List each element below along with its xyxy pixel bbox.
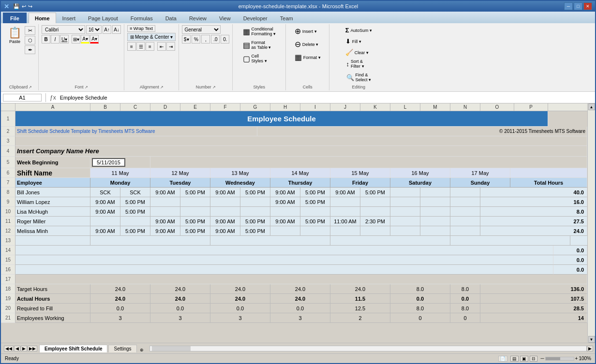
cell-wed19[interactable]: 24.0 [210, 294, 270, 304]
header-thursday[interactable]: Thursday [270, 178, 330, 188]
cell-fg13[interactable] [330, 236, 450, 246]
cell-m9[interactable] [420, 197, 450, 207]
cell-b11[interactable] [90, 217, 120, 226]
decrease-font-button[interactable]: A↓ [112, 25, 121, 34]
cell-a5[interactable]: Week Beginning [15, 157, 90, 168]
align-center-button[interactable]: ☰ [136, 42, 145, 51]
cell-mon20[interactable]: 0.0 [90, 304, 150, 313]
delete-cells-button[interactable]: ⊖ Delete ▾ [293, 38, 321, 50]
cell-g11[interactable]: 5:00 PM [240, 217, 270, 226]
cell-thu20[interactable]: 0.0 [270, 304, 330, 313]
tab-data[interactable]: Data [159, 13, 183, 23]
cell-a2[interactable]: Shift Schedule Schedule Template by Time… [15, 127, 257, 136]
cut-button[interactable]: ✂ [25, 26, 35, 35]
cell-rest-15[interactable] [15, 255, 553, 265]
cell-l8[interactable] [390, 188, 420, 197]
scroll-bar-track[interactable] [149, 346, 587, 351]
cell-bc6[interactable]: 11 May [90, 168, 150, 178]
header-employee[interactable]: Employee [15, 178, 90, 188]
cell-b8[interactable]: SCK [90, 188, 120, 197]
col-header-k[interactable]: K [360, 103, 390, 111]
cell-d12[interactable]: 9:00 AM [150, 226, 180, 236]
row-num-2[interactable]: 2 [1, 127, 15, 136]
autosum-button[interactable]: Σ AutoSum ▾ [343, 25, 374, 35]
row-num-11[interactable]: 11 [1, 217, 15, 226]
cell-j10[interactable] [330, 207, 360, 217]
cell-thu19[interactable]: 24.0 [270, 294, 330, 304]
sheet-tab-employee-shift-schedule[interactable]: Employee Shift Schedule [39, 345, 107, 352]
cell-de13[interactable] [210, 236, 330, 246]
maximize-button[interactable]: □ [574, 2, 582, 10]
cell-a6[interactable]: Shift Name [15, 168, 90, 178]
row-num-14[interactable]: 14 [1, 246, 15, 255]
cell-f11[interactable]: 9:00 AM [210, 217, 240, 226]
cell-n10[interactable] [450, 207, 480, 217]
col-header-c[interactable]: C [120, 103, 150, 111]
cell-f9[interactable] [210, 197, 240, 207]
cell-c9[interactable]: 5:00 PM [120, 197, 150, 207]
align-left-button[interactable]: ≡ [127, 42, 136, 51]
cell-total-12[interactable]: 24.0 [480, 226, 587, 236]
comma-button[interactable]: , [201, 35, 210, 44]
header-tuesday[interactable]: Tuesday [150, 178, 210, 188]
cell-i8[interactable]: 5:00 PM [300, 188, 330, 197]
increase-font-button[interactable]: A↑ [103, 25, 111, 34]
merge-center-button[interactable]: ⊞ Merge & Center ▾ [127, 33, 176, 41]
cell-rest-17[interactable] [15, 275, 587, 284]
cell-k12[interactable] [360, 226, 390, 236]
row-num-9[interactable]: 9 [1, 197, 15, 207]
row-num-17[interactable]: 17 [1, 275, 15, 284]
cell-lm6[interactable]: 16 May [390, 168, 450, 178]
cell-i9[interactable]: 5:00 PM [300, 197, 330, 207]
cell-g8[interactable]: 5:00 PM [240, 188, 270, 197]
minimize-button[interactable]: ─ [564, 2, 573, 10]
cell-hi6[interactable]: 14 May [270, 168, 330, 178]
cell-j8[interactable]: 9:00 AM [330, 188, 360, 197]
cell-h12[interactable] [270, 226, 300, 236]
row-num-3[interactable]: 3 [1, 136, 15, 146]
cell-wed20[interactable]: 0.0 [210, 304, 270, 313]
zoom-in-button[interactable]: + [575, 356, 578, 361]
cell-mon21[interactable]: 3 [90, 313, 150, 323]
cell-tue21[interactable]: 3 [150, 313, 210, 323]
cell-sun19[interactable]: 0.0 [450, 294, 480, 304]
number-expand-icon[interactable]: ↗ [212, 85, 216, 89]
col-header-b[interactable]: B [90, 103, 120, 111]
cell-sun18[interactable]: 8.0 [450, 284, 480, 294]
cell-thu21[interactable]: 3 [270, 313, 330, 323]
cell-d8[interactable]: 9:00 AM [150, 188, 180, 197]
cell-c11[interactable] [120, 217, 150, 226]
cell-b10[interactable]: 9:00 AM [90, 207, 120, 217]
cell-total-14[interactable]: 0.0 [553, 246, 587, 255]
cell-a8[interactable]: Bill Jones [15, 188, 90, 197]
col-header-i[interactable]: I [300, 103, 330, 111]
cell-j11[interactable]: 11:00 AM [330, 217, 360, 226]
cell-jk6[interactable]: 15 May [330, 168, 390, 178]
vertical-scrollbar[interactable]: ▲ ▼ [587, 103, 595, 343]
clear-button[interactable]: 🧹 Clear ▾ [343, 47, 371, 58]
borders-button[interactable]: ⊞▾ [72, 35, 80, 44]
align-right-button[interactable]: ≡ [146, 42, 154, 51]
tab-developer[interactable]: Developer [237, 13, 274, 23]
cell-b5[interactable]: 5/11/2015 [90, 157, 150, 168]
fill-color-button[interactable]: A▾ [81, 35, 89, 44]
indent-decrease-button[interactable]: ⇤ [157, 42, 166, 51]
cell-a18[interactable]: Target Hours [15, 284, 90, 294]
zoom-out-button[interactable]: ─ [540, 356, 544, 361]
alignment-expand-icon[interactable]: ↗ [160, 85, 164, 89]
insert-sheet-button[interactable]: ⊕ [138, 348, 146, 352]
bold-button[interactable]: B [42, 35, 50, 44]
cell-reference-box[interactable] [3, 94, 42, 102]
header-sunday[interactable]: Sunday [450, 178, 510, 188]
cell-i10[interactable] [300, 207, 330, 217]
row-num-21[interactable]: 21 [1, 313, 15, 323]
col-header-p[interactable]: P [514, 103, 548, 111]
cell-fg6[interactable]: 13 May [210, 168, 270, 178]
cell-bc13[interactable] [90, 236, 210, 246]
cell-n11[interactable] [450, 217, 480, 226]
wrap-text-button[interactable]: ≡ Wrap Text [127, 25, 155, 32]
header-wednesday[interactable]: Wednesday [210, 178, 270, 188]
cell-total-19[interactable]: 107.5 [480, 294, 587, 304]
cell-m10[interactable] [420, 207, 450, 217]
cell-tue18[interactable]: 24.0 [150, 284, 210, 294]
